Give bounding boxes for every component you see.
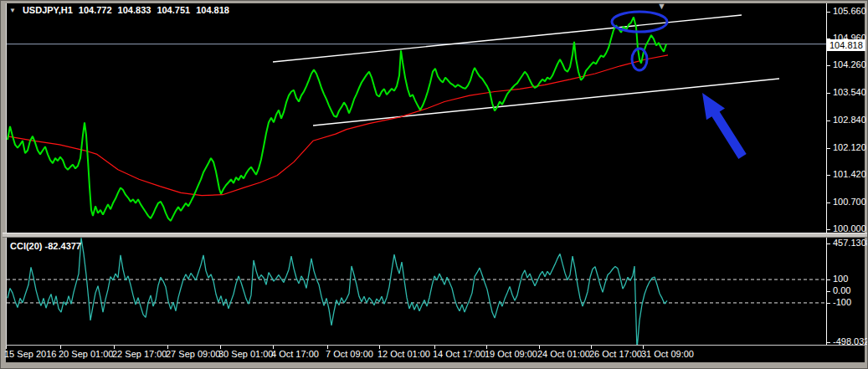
chart-menu-arrow-icon[interactable]: ▼: [9, 7, 16, 14]
price-axis-tickmark: [826, 148, 830, 149]
time-axis-tick-label: 12 Oct 01:00: [378, 349, 430, 359]
symbol-period-label: USDJPY,H1: [23, 5, 73, 15]
price-pane[interactable]: [7, 3, 826, 233]
price-axis-tickmark: [826, 12, 830, 13]
time-axis-tick-label: 30 Sep 01:00: [218, 349, 273, 359]
chart-shift-marker-icon[interactable]: ▼: [657, 1, 666, 11]
cci-pane[interactable]: [7, 238, 826, 345]
cci-axis-tick-label: 0.00: [833, 285, 850, 295]
ma-line[interactable]: [8, 55, 668, 196]
price-axis-tick-label: 103.540: [833, 87, 866, 97]
time-axis-tick-label: 26 Oct 17:00: [589, 349, 642, 359]
price-axis-tickmark: [826, 93, 830, 94]
cci-indicator-label: CCI(20) -82.4377: [10, 241, 81, 251]
pane-separator[interactable]: [3, 233, 867, 238]
time-axis-tick-label: 24 Oct 01:00: [537, 349, 590, 359]
cci-axis-tickmark: [826, 342, 830, 343]
price-axis-tick-label: 102.840: [833, 115, 866, 125]
cci-axis-tickmark: [826, 303, 830, 304]
price-axis-tick-label: 105.660: [833, 6, 866, 16]
cci-axis-tickmark: [826, 291, 830, 292]
time-axis-tick-label: 20 Sep 01:00: [59, 349, 113, 359]
time-axis-tick-label: 19 Oct 09:00: [485, 349, 537, 359]
cci-axis-tick-label: -100: [833, 297, 851, 307]
cci-axis-tickmark: [826, 279, 830, 280]
mt4-chart-window: ▼ USDJPY,H1 104.772 104.833 104.751 104.…: [0, 0, 868, 369]
cci-axis-tick-label: 100: [833, 274, 848, 284]
price-axis-tick-label: 100.700: [833, 197, 866, 207]
cci-series-line[interactable]: [8, 238, 667, 345]
quote-high: 104.833: [118, 5, 152, 15]
price-axis-tick-label: 102.120: [833, 142, 866, 152]
blue-arrow[interactable]: [702, 93, 747, 159]
price-axis-tickmark: [826, 120, 830, 121]
price-axis-tickmark: [826, 175, 830, 176]
current-price-badge: 104.818: [827, 39, 865, 51]
quote-close: 104.818: [196, 5, 229, 15]
time-axis-tick-label: 31 Oct 09:00: [641, 349, 694, 359]
price-axis-tickmark: [826, 65, 830, 66]
time-axis-tick-label: 14 Oct 17:00: [433, 349, 485, 359]
price-axis-tickmark: [826, 202, 830, 203]
quote-low: 104.751: [157, 5, 190, 15]
time-axis-tick-label: 7 Oct 09:00: [326, 349, 373, 359]
cci-axis-tickmark: [826, 243, 830, 244]
time-axis-tick-label: 15 Sep 2016: [4, 349, 56, 359]
price-series-line[interactable]: [8, 17, 666, 221]
price-axis-tickmark: [826, 229, 830, 230]
top-highlight-ellipse[interactable]: [612, 12, 667, 32]
price-axis-tick-label: 104.260: [833, 59, 866, 69]
quote-open: 104.772: [79, 5, 112, 15]
time-axis-tick-label: 27 Sep 09:00: [166, 349, 220, 359]
upper-channel-line[interactable]: [273, 15, 742, 62]
price-axis-tick-label: 101.420: [833, 169, 866, 179]
time-axis-tick-label: 22 Sep 17:00: [112, 349, 167, 359]
cci-axis-tick-label: 457.1308: [833, 238, 868, 248]
chart-title-row: ▼ USDJPY,H1 104.772 104.833 104.751 104.…: [9, 5, 229, 15]
time-axis-tick-label: 4 Oct 17:00: [271, 349, 319, 359]
